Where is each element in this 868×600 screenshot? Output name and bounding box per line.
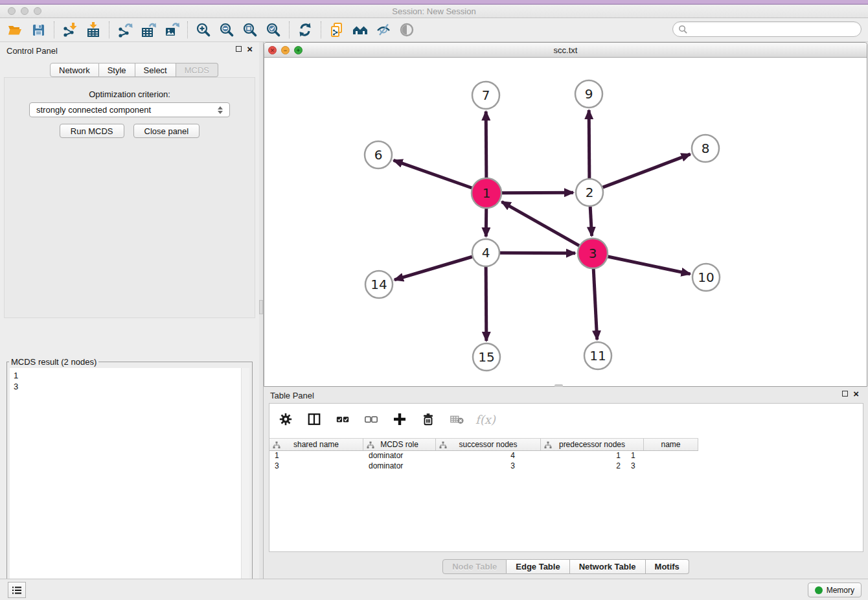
hide-panels-eye-icon[interactable]: [374, 21, 393, 39]
zoom-out-icon[interactable]: [217, 21, 236, 39]
criterion-select[interactable]: strongly connected component: [29, 102, 230, 117]
apply-layout-icon[interactable]: [295, 21, 315, 39]
tab-network-table[interactable]: Network Table: [570, 559, 646, 574]
cell-mcds-role[interactable]: dominator: [363, 461, 436, 472]
column-header-mcds-role[interactable]: MCDS role: [363, 439, 436, 450]
column-type-icon: [273, 441, 280, 449]
memory-button[interactable]: Memory: [808, 583, 862, 597]
zoom-selected-icon[interactable]: [264, 21, 283, 39]
node-table: shared name MCDS role successor nodes pr…: [269, 438, 698, 472]
panel-splitter[interactable]: [259, 42, 264, 579]
control-panel: Control Panel × Network Style Select MCD…: [0, 42, 259, 579]
export-network-icon[interactable]: [115, 21, 135, 39]
delete-table-icon[interactable]: [447, 410, 466, 428]
task-history-button[interactable]: [8, 582, 26, 598]
cell-predecessor-nodes[interactable]: 2: [528, 461, 626, 472]
edge-3-10[interactable]: [608, 257, 690, 274]
result-scrollbar[interactable]: [241, 368, 249, 600]
search-box[interactable]: [672, 21, 862, 37]
home-icon[interactable]: [350, 21, 370, 39]
mcds-result-group: MCDS result (2 nodes) 1 3: [6, 357, 253, 600]
export-image-icon[interactable]: [162, 21, 181, 39]
cell-shared-name[interactable]: 1: [269, 451, 363, 461]
splitter-grip[interactable]: [259, 300, 263, 314]
tab-style[interactable]: Style: [99, 63, 135, 77]
column-header-predecessor-nodes[interactable]: predecessor nodes: [541, 439, 644, 450]
tab-select[interactable]: Select: [135, 63, 176, 77]
mcds-result-area[interactable]: 1 3: [10, 368, 249, 600]
node-label-2: 2: [586, 185, 594, 200]
node-label-1: 1: [483, 185, 491, 201]
select-all-icon[interactable]: [333, 410, 352, 428]
function-builder-icon[interactable]: f(x): [475, 413, 496, 426]
tab-motifs[interactable]: Motifs: [646, 559, 689, 574]
zoom-in-icon[interactable]: [194, 21, 213, 39]
edge-3-11[interactable]: [593, 269, 597, 340]
tab-network[interactable]: Network: [50, 63, 99, 77]
import-network-icon[interactable]: [60, 21, 80, 39]
close-table-panel-icon[interactable]: ×: [853, 391, 859, 397]
toolbar-separator: [109, 21, 109, 38]
edge-4-3[interactable]: [500, 253, 575, 253]
cell-name[interactable]: 3: [626, 461, 680, 472]
open-session-icon[interactable]: [5, 21, 25, 39]
list-icon: [12, 586, 22, 595]
edge-3-1[interactable]: [501, 202, 579, 246]
edge-2-8[interactable]: [603, 154, 691, 187]
show-columns-icon[interactable]: [304, 410, 324, 428]
search-input[interactable]: [688, 23, 861, 35]
float-table-panel-icon[interactable]: [842, 391, 848, 397]
table-row[interactable]: 3 dominator 3 2 3: [269, 461, 698, 472]
control-panel-tabs: Network Style Select MCDS: [50, 63, 218, 77]
export-table-icon[interactable]: [139, 21, 158, 39]
deselect-all-icon[interactable]: [361, 410, 381, 428]
node-label-11: 11: [589, 348, 606, 363]
search-icon: [678, 25, 688, 34]
desktop-strip: [0, 0, 868, 5]
select-arrows-icon: [218, 106, 223, 114]
node-label-4: 4: [482, 245, 490, 260]
table-row[interactable]: 1 dominator 4 1 1: [269, 451, 698, 461]
node-label-14: 14: [371, 277, 387, 292]
clone-network-icon[interactable]: [327, 21, 347, 39]
import-table-icon[interactable]: [84, 21, 103, 39]
run-mcds-button[interactable]: Run MCDS: [60, 124, 124, 138]
edge-4-14[interactable]: [394, 257, 472, 280]
cell-successor-nodes[interactable]: 3: [436, 461, 528, 472]
memory-status-icon: [815, 586, 823, 594]
edge-4-15[interactable]: [486, 267, 486, 341]
cell-name[interactable]: 1: [626, 451, 680, 461]
add-row-icon[interactable]: [390, 410, 409, 428]
delete-row-icon[interactable]: [418, 410, 438, 428]
edge-1-2[interactable]: [502, 192, 573, 193]
column-header-name[interactable]: name: [644, 439, 698, 450]
settings-gear-icon[interactable]: [276, 410, 295, 428]
close-panel-button[interactable]: Close panel: [133, 124, 200, 138]
column-header-successor-nodes[interactable]: successor nodes: [436, 439, 541, 450]
edge-2-3[interactable]: [590, 207, 591, 236]
tab-node-table[interactable]: Node Table: [442, 559, 507, 574]
column-type-icon: [439, 441, 447, 449]
cell-shared-name[interactable]: 3: [269, 461, 363, 472]
optimization-criterion-label: Optimization criterion:: [5, 89, 255, 99]
cell-successor-nodes[interactable]: 4: [436, 451, 528, 461]
network-window-titlebar[interactable]: ✕ − + scc.txt: [264, 43, 867, 58]
edge-2-9[interactable]: [589, 110, 589, 178]
table-content: f(x) shared name MCDS role successor nod…: [269, 403, 863, 552]
tab-edge-table[interactable]: Edge Table: [507, 559, 569, 574]
tab-mcds[interactable]: MCDS: [176, 63, 218, 77]
cell-mcds-role[interactable]: dominator: [363, 451, 436, 461]
cell-predecessor-nodes[interactable]: 1: [528, 451, 626, 461]
float-panel-icon[interactable]: [236, 46, 242, 52]
zoom-fit-icon[interactable]: [240, 21, 260, 39]
network-canvas[interactable]: 7968124314101511: [264, 58, 867, 384]
edge-1-6[interactable]: [394, 160, 472, 188]
column-header-shared-name[interactable]: shared name: [269, 439, 363, 450]
close-panel-icon[interactable]: ×: [247, 46, 253, 52]
table-panel-title: Table Panel: [270, 391, 314, 400]
birdseye-view-icon[interactable]: [397, 21, 417, 39]
save-session-icon[interactable]: [29, 21, 48, 39]
column-type-icon: [367, 441, 374, 449]
node-label-10: 10: [698, 270, 714, 285]
edge-1-7[interactable]: [486, 111, 486, 178]
